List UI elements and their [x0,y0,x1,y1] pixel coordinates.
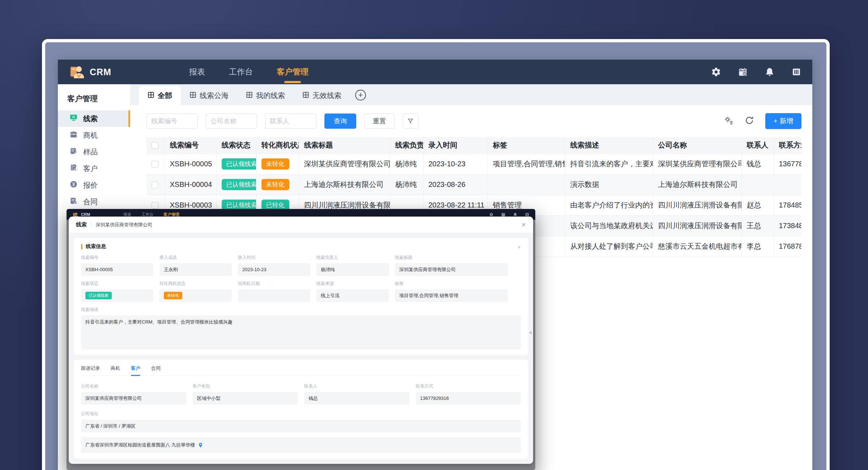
address-field[interactable]: 广东省深圳市罗湖区桂园街道蔡屋围新八·九坊翠华楼 [81,437,521,453]
app-title: CRM [90,67,111,77]
section-title: 线索信息 [86,243,106,250]
table-tools: + 新增 [723,113,801,129]
modal-type-label: 线索 [76,221,87,228]
col-desc[interactable]: 线索描述 [565,137,653,154]
notification-icon [513,212,518,217]
tab-opportunities[interactable]: 商机 [111,365,120,372]
field-lead-source: 线索来源 线上引流 [316,281,389,302]
add-tab-button[interactable]: + [355,90,366,101]
customer-fields: 公司名称 深圳某供应商管理有限公司 客户类别 区域中小型 联系人 钱总 联系方式… [81,383,521,405]
schedule-icon[interactable] [738,67,748,77]
sidebar-item-label: 客户 [83,164,98,174]
field-convert-date: 转商机日期 [238,281,310,302]
location-pin-icon[interactable] [198,443,203,448]
column-settings-icon[interactable] [723,115,733,127]
schedule-icon [501,212,506,217]
col-company[interactable]: 公司名称 [653,137,741,154]
sidebar-item-contracts[interactable]: 合同 [58,193,130,210]
row-checkbox[interactable] [152,181,158,188]
nav-item-customer-mgmt[interactable]: 客户管理 [277,60,309,84]
tab-all[interactable]: 全部 [139,86,181,105]
col-owner[interactable]: 线索负责人 [390,137,423,154]
tab-customer[interactable]: 客户 [131,365,140,372]
address-value: 广东省深圳市罗湖区桂园街道蔡屋围新八·九坊翠华楼 [85,442,195,448]
sidebar-item-label: 线索 [83,114,98,124]
sample-doc-icon [69,147,78,157]
field-company-name: 公司名称 深圳某供应商管理有限公司 [81,383,186,405]
col-tags[interactable]: 标签 [488,137,565,154]
app-logo[interactable]: CRM [69,63,111,81]
col-title[interactable]: 线索标题 [299,137,390,154]
reset-button[interactable]: 重置 [364,114,395,129]
col-lead-no[interactable]: 线索编号 [165,137,216,154]
sidebar-item-quotes[interactable]: 报价 [58,177,130,193]
detail-tabs: 跟进记录 商机 客户 合同 [81,365,521,376]
notification-icon[interactable] [765,67,775,77]
modal-title: 深圳某供应商管理有限公司 [96,222,152,228]
select-all-checkbox[interactable] [152,142,158,149]
filter-funnel-button[interactable] [403,114,418,129]
layout-panel-icon[interactable] [791,67,801,77]
contract-doc-icon [69,197,78,207]
field-lead-desc: 线索描述 抖音引流来的客户，主要对CRM、项目管理、合同管理模块比较感兴趣 [81,307,521,350]
sidebar-item-leads[interactable]: 线索 [58,110,130,127]
company-address-label: 公司地址 [81,411,521,417]
view-tabs: 全部 线索公海 我的线索 无效线索 + [130,84,812,105]
close-icon[interactable]: ✕ [521,222,526,228]
region-field[interactable]: 广东省 / 深圳市 / 罗湖区 [81,420,521,432]
lead-detail-card: 跟进记录 商机 客户 合同 公司名称 深圳某供应商管理有限公司 客户类别 区域中… [74,360,528,459]
grid-icon [302,91,309,100]
sidebar-item-label: 样品 [83,147,98,157]
col-status[interactable]: 线索状态 [216,137,256,154]
tab-label: 线索公海 [200,91,229,101]
grid-icon [190,91,196,100]
tab-lead-pool[interactable]: 线索公海 [181,86,237,105]
lead-desc-textarea[interactable]: 抖音引流来的客户，主要对CRM、项目管理、合同管理模块比较感兴趣 [81,315,521,350]
modal-body: 线索信息 ∨ 线索编号 XSBH-00005 录入成员 王永刚 录入时间 202… [69,233,533,464]
settings-icon[interactable] [711,67,721,77]
field-lead-no: 线索编号 XSBH-00005 [81,255,153,276]
nav-menu: 报表 工作台 客户管理 [189,60,309,84]
search-button[interactable]: 查询 [324,114,356,129]
quote-yen-icon [69,180,78,190]
tab-followups[interactable]: 跟进记录 [81,365,100,372]
collapse-section-icon[interactable]: ∨ [517,244,521,249]
convert-badge: 未转化 [164,292,182,299]
tab-my-leads[interactable]: 我的线索 [237,86,294,105]
lead-detail-modal: 线索 深圳某供应商管理有限公司 ✕ 线索信息 ∨ 线索编号 XSBH-00005 [69,217,533,464]
lead-detail-window: CRM 报表 工作台 客户管理 线索 深圳某供应商管理有限公司 ✕ 线索信息 [67,209,535,470]
field-entry-member: 录入成员 王永刚 [159,255,232,276]
nav-item-workbench[interactable]: 工作台 [229,60,253,84]
lead-no-input[interactable] [146,114,198,129]
tab-invalid-leads[interactable]: 无效线索 [294,86,350,105]
table-row[interactable]: XSBH-00005 已认领线索 未转化 深圳某供应商管理有限公司 杨沛纯 20… [146,154,801,174]
col-convert-status[interactable]: 转化商机状态 [256,137,299,154]
sidebar-title: 客户管理 [58,90,130,110]
sidebar-item-customers[interactable]: 客户 [58,160,130,177]
nav-item-reports[interactable]: 报表 [189,60,205,84]
accent-bar [81,244,82,249]
top-nav: CRM 报表 工作台 客户管理 [58,60,812,84]
field-lead-title: 线索标题 深圳某供应商管理有限公司 [395,255,508,276]
tab-label: 全部 [158,91,172,101]
row-checkbox[interactable] [152,161,158,168]
contact-input[interactable] [265,114,316,129]
refresh-icon[interactable] [744,115,754,127]
col-phone[interactable]: 联系方式 [774,137,801,154]
crm-logo-icon [69,63,85,81]
tab-contracts[interactable]: 合同 [151,365,161,372]
col-entry-time[interactable]: 录入时间 [423,137,488,154]
row-checkbox[interactable] [152,202,158,209]
sidebar-item-opportunities[interactable]: 商机 [58,127,130,144]
collapse-panel-icon[interactable]: « [529,329,532,335]
sidebar-item-label: 报价 [83,180,98,190]
col-contact[interactable]: 联系人 [741,137,774,154]
filter-bar: 查询 重置 + 新增 [146,113,801,129]
add-lead-button[interactable]: + 新增 [765,113,801,129]
mini-nav-icons [489,212,529,217]
sidebar-item-samples[interactable]: 样品 [58,144,130,160]
company-name-input[interactable] [206,114,257,129]
table-row[interactable]: XSBH-00004 已认领线索 未转化 上海迪尔斯科技有限公司 杨沛纯 202… [146,174,801,195]
customer-book-icon [69,163,78,174]
sidebar-item-label: 合同 [83,197,98,207]
